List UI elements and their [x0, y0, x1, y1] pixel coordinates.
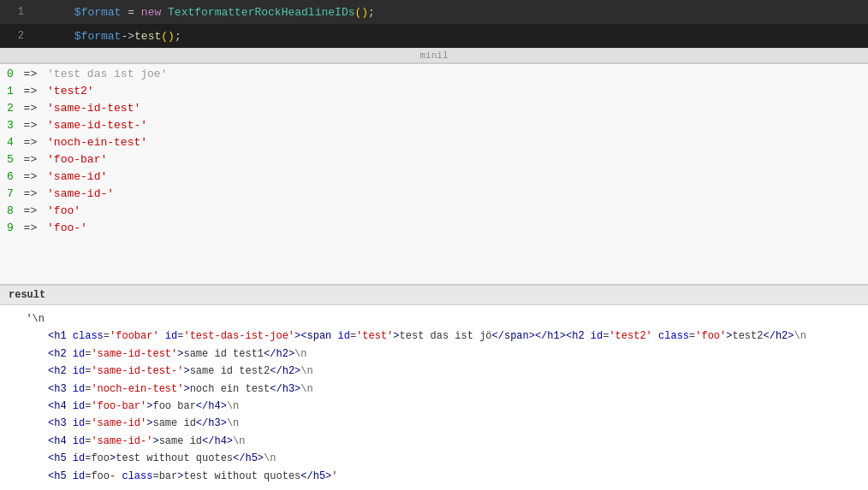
out-arrow-3: =>	[17, 119, 44, 132]
output-line-1: 1 => 'test2'	[0, 85, 868, 102]
token-var2: $format	[74, 30, 122, 43]
line-number-1: 1	[7, 6, 24, 18]
out-arrow-0: =>	[17, 68, 44, 80]
out-num-6: 6	[7, 170, 14, 183]
result-line-4: <h3 id='noch-ein-test'>noch ein test</h3…	[14, 381, 854, 398]
out-num-5: 5	[7, 153, 14, 166]
code-editor[interactable]: 1 $format = new TextformatterRockHeadlin…	[0, 0, 868, 48]
out-val-4: 'noch-ein-test'	[47, 136, 147, 149]
out-num-7: 7	[7, 187, 14, 200]
out-num-2: 2	[7, 102, 14, 115]
out-num-9: 9	[7, 221, 14, 234]
out-num-1: 1	[7, 85, 14, 97]
out-arrow-8: =>	[17, 204, 44, 217]
out-arrow-4: =>	[17, 136, 44, 149]
output-section: 0 => 'test das ist joe' 1 => 'test2' 2 =…	[0, 63, 868, 284]
out-val-7: 'same-id-'	[47, 187, 114, 200]
out-arrow-7: =>	[17, 187, 44, 200]
out-num-3: 3	[7, 119, 14, 132]
output-line-7: 7 => 'same-id-'	[0, 187, 868, 204]
output-line-0: 0 => 'test das ist joe'	[0, 68, 868, 85]
out-val-3: 'same-id-test-'	[47, 119, 147, 132]
result-line-1: <h1 class='foobar' id='test-das-ist-joe'…	[14, 328, 854, 345]
out-val-1: 'test2'	[47, 85, 94, 97]
output-line-5: 5 => 'foo-bar'	[0, 153, 868, 170]
output-line-8: 8 => 'foo'	[0, 204, 868, 221]
output-line-6: 6 => 'same-id'	[0, 170, 868, 187]
out-arrow-1: =>	[17, 85, 44, 97]
result-label: result	[9, 289, 45, 301]
out-num-4: 4	[7, 136, 14, 149]
result-line-9: <h5 id=foo- class=bar>test without quote…	[14, 468, 854, 485]
result-header: result	[0, 286, 868, 305]
mini-bar-label: minil	[419, 50, 448, 61]
result-line-7: <h4 id='same-id-'>same id</h4>\n	[14, 433, 854, 450]
out-num-0: 0	[7, 68, 14, 80]
output-line-9: 9 => 'foo-'	[0, 221, 868, 239]
mini-bar: minil	[0, 48, 868, 63]
out-val-9: 'foo-'	[47, 221, 87, 234]
out-val-2: 'same-id-test'	[47, 102, 140, 115]
out-val-8: 'foo'	[47, 204, 80, 217]
output-line-2: 2 => 'same-id-test'	[0, 102, 868, 119]
result-line-6: <h3 id='same-id'>same id</h3>\n	[14, 415, 854, 432]
out-arrow-2: =>	[17, 102, 44, 115]
out-arrow-6: =>	[17, 170, 44, 183]
line-number-2: 2	[7, 30, 24, 42]
out-val-5: 'foo-bar'	[47, 153, 107, 166]
output-lines: 0 => 'test das ist joe' 1 => 'test2' 2 =…	[0, 64, 868, 242]
output-line-4: 4 => 'noch-ein-test'	[0, 136, 868, 153]
out-val-0: 'test das ist joe'	[47, 68, 167, 80]
result-body: '\n <h1 class='foobar' id='test-das-ist-…	[0, 305, 868, 490]
result-line-2: <h2 id='same-id-test'>same id test1</h2>…	[14, 345, 854, 363]
result-line-5: <h4 id='foo-bar'>foo bar</h4>\n	[14, 398, 854, 415]
out-arrow-9: =>	[17, 221, 44, 234]
result-section: result '\n <h1 class='foobar' id='test-d…	[0, 284, 868, 490]
result-line-8: <h5 id=foo>test without quotes</h5>\n	[14, 450, 854, 467]
out-arrow-5: =>	[17, 153, 44, 166]
result-line-3: <h2 id='same-id-test-'>same id test2</h2…	[14, 363, 854, 380]
output-line-3: 3 => 'same-id-test-'	[0, 119, 868, 136]
result-line-0: '\n	[14, 313, 45, 325]
out-num-8: 8	[7, 204, 14, 217]
editor-line-2: 2 $format->test();	[0, 24, 868, 48]
out-val-6: 'same-id'	[47, 170, 107, 183]
